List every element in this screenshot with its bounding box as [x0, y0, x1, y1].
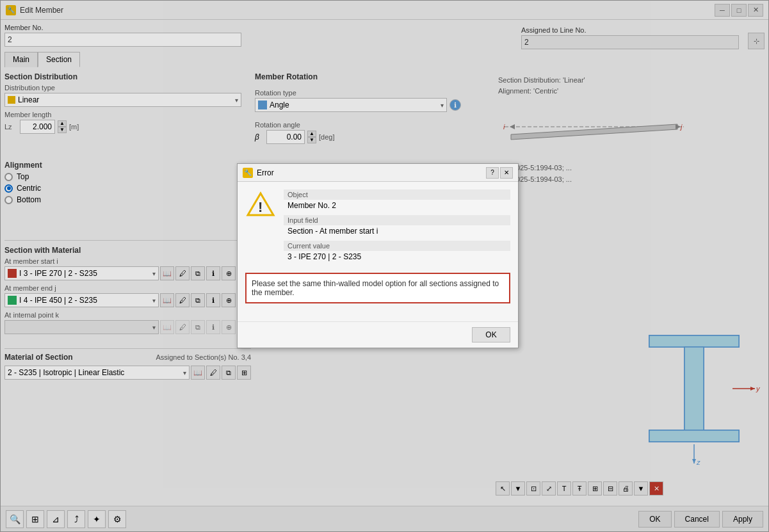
dialog-header: ! Object Member No. 2 Input field Sectio… [245, 189, 510, 266]
current-value-label: Current value [284, 241, 510, 251]
error-message-text: Please set the same thin-walled model op… [252, 279, 499, 297]
input-field-value: Section - At member start i [284, 225, 382, 237]
object-field: Object Member No. 2 [284, 189, 510, 210]
dialog-help-btn[interactable]: ? [486, 167, 499, 179]
current-value: 3 - IPE 270 | 2 - S235 [284, 251, 365, 262]
svg-text:!: ! [258, 199, 263, 215]
dialog-app-icon: 🔧 [243, 168, 253, 178]
dialog-title-bar: 🔧 Error ? ✕ [238, 164, 518, 182]
dialog-spacer [245, 309, 510, 314]
error-dialog: 🔧 Error ? ✕ ! Object Member No. [237, 163, 519, 348]
dialog-footer: OK [238, 321, 518, 348]
dialog-title-text: Error [257, 168, 486, 177]
current-value-row: Current value 3 - IPE 270 | 2 - S235 [284, 241, 510, 261]
object-label: Object [284, 189, 510, 200]
input-field-label: Input field [284, 215, 510, 225]
dialog-close-btn[interactable]: ✕ [500, 167, 513, 179]
dialog-ok-button[interactable]: OK [472, 327, 510, 343]
input-field-row: Input field Section - At member start i [284, 215, 510, 236]
dialog-fields: Object Member No. 2 Input field Section … [284, 189, 510, 266]
warning-svg: ! [247, 191, 275, 219]
object-value: Member No. 2 [284, 200, 340, 211]
dialog-controls: ? ✕ [486, 167, 513, 179]
dialog-body: ! Object Member No. 2 Input field Sectio… [238, 182, 518, 321]
dialog-overlay: 🔧 Error ? ✕ ! Object Member No. [0, 0, 769, 532]
error-message: Please set the same thin-walled model op… [245, 273, 510, 303]
warning-icon: ! [245, 189, 276, 220]
